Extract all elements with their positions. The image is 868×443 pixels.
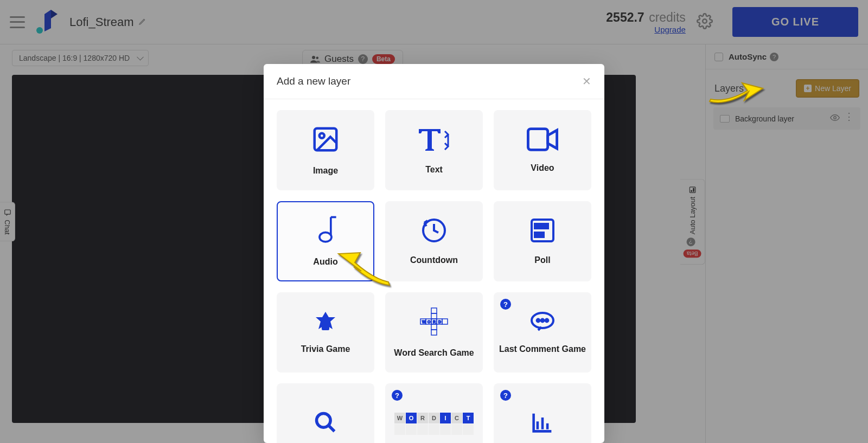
countdown-icon <box>421 217 447 246</box>
add-layer-modal: Add a new layer ✕ ImageTextVideoAudioCou… <box>264 64 604 443</box>
svg-rect-11 <box>528 129 547 150</box>
svg-point-35 <box>317 414 331 428</box>
image-icon <box>311 125 340 156</box>
tile-label: Trivia Game <box>301 344 350 354</box>
layer-tile-search[interactable] <box>277 383 374 443</box>
modal-title: Add a new layer <box>277 75 350 87</box>
modal-close-button[interactable]: ✕ <box>582 75 591 88</box>
svg-rect-19 <box>431 330 437 335</box>
svg-rect-16 <box>535 233 544 237</box>
layer-tile-trivia[interactable]: Trivia Game <box>277 292 374 373</box>
modal-body: ImageTextVideoAudioCountdownPollTrivia G… <box>264 99 604 443</box>
poll-icon <box>529 217 556 246</box>
svg-text:R: R <box>433 320 436 324</box>
search-icon <box>314 410 337 436</box>
tile-label: Audio <box>313 257 337 267</box>
svg-rect-25 <box>431 313 437 319</box>
svg-rect-26 <box>431 324 437 330</box>
svg-text:D: D <box>438 320 441 324</box>
tile-label: Last Comment Game <box>499 344 586 354</box>
svg-point-10 <box>320 133 324 138</box>
tile-label: Video <box>531 163 554 173</box>
trivia-icon <box>312 311 339 335</box>
barchart-icon <box>531 412 554 435</box>
tile-label: Image <box>313 166 338 176</box>
layer-tile-text[interactable]: Text <box>385 110 483 190</box>
layer-tile-video[interactable]: Video <box>494 110 591 190</box>
wordict-icon: WORDICT <box>394 413 474 435</box>
tile-label: Countdown <box>410 255 458 265</box>
audio-icon <box>312 216 339 247</box>
tile-help-icon[interactable]: ? <box>500 390 511 401</box>
tile-label: Text <box>425 165 443 175</box>
svg-rect-18 <box>431 308 437 313</box>
svg-rect-17 <box>322 325 329 330</box>
tile-label: Word Search Game <box>394 348 474 358</box>
text-icon <box>418 126 450 155</box>
svg-rect-15 <box>535 224 548 228</box>
layer-tile-audio[interactable]: Audio <box>277 201 374 281</box>
svg-point-12 <box>320 233 331 242</box>
layer-tile-comment[interactable]: ?Last Comment Game <box>494 292 591 373</box>
tile-label: Poll <box>534 255 550 265</box>
layer-tile-wordict[interactable]: ?WORDICT <box>385 383 483 443</box>
svg-point-33 <box>541 319 544 322</box>
modal-header: Add a new layer ✕ <box>264 64 604 99</box>
comment-icon <box>529 311 556 335</box>
annotation-arrow-new-layer <box>705 79 765 113</box>
layer-tile-wordsearch[interactable]: WORDWord Search Game <box>385 292 483 373</box>
layer-tile-image[interactable]: Image <box>277 110 374 190</box>
svg-point-32 <box>537 319 540 322</box>
video-icon <box>527 127 558 153</box>
svg-rect-24 <box>442 319 448 324</box>
svg-point-34 <box>546 319 548 322</box>
tile-help-icon[interactable]: ? <box>392 390 403 401</box>
layer-tile-barchart[interactable]: ? <box>494 383 591 443</box>
svg-text:O: O <box>427 320 431 324</box>
svg-text:W: W <box>422 320 426 324</box>
layer-tile-poll[interactable]: Poll <box>494 201 591 281</box>
tile-help-icon[interactable]: ? <box>500 299 511 310</box>
layer-tile-countdown[interactable]: Countdown <box>385 201 483 281</box>
layer-tile-grid: ImageTextVideoAudioCountdownPollTrivia G… <box>275 110 593 443</box>
wordsearch-icon: WORD <box>419 307 449 338</box>
modal-overlay[interactable]: Add a new layer ✕ ImageTextVideoAudioCou… <box>0 0 868 443</box>
